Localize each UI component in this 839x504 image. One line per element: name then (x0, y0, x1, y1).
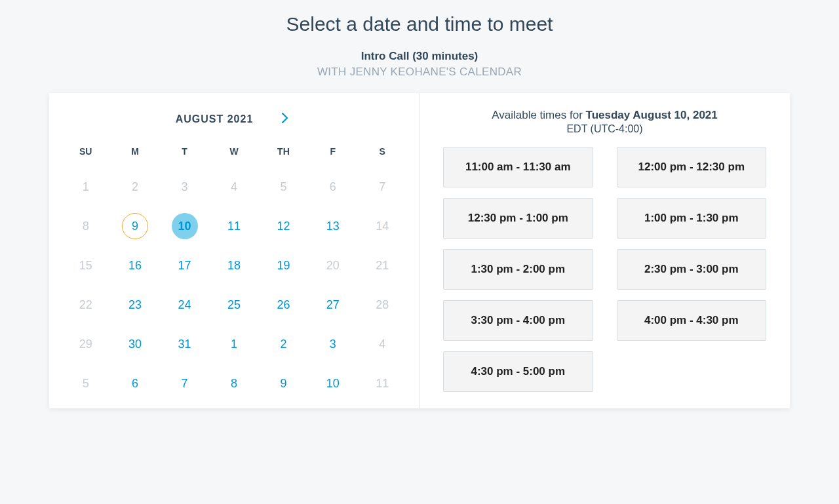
calendar-day-cell: 12 (259, 213, 308, 239)
subtitle-block: Intro Call (30 minutes) WITH JENNY KEOHA… (0, 50, 839, 79)
calendar-day-cell: 7 (358, 174, 407, 200)
calendar-dow: M (110, 146, 159, 161)
calendar-day-cell: 1 (61, 174, 110, 200)
calendar-day[interactable]: 9 (270, 370, 296, 397)
calendar-next-button[interactable] (278, 110, 292, 128)
calendar-day-cell: 9 (110, 213, 159, 239)
calendar-day: 28 (369, 292, 395, 318)
calendar-day-cell: 4 (209, 174, 258, 200)
calendar-day[interactable]: 10 (172, 213, 198, 239)
calendar-day-cell: 1 (209, 331, 258, 357)
time-slot-button[interactable]: 1:30 pm - 2:00 pm (443, 249, 593, 290)
calendar-day[interactable]: 30 (122, 331, 148, 357)
calendar-day-cell: 15 (61, 252, 110, 279)
calendar-day-cell: 3 (308, 331, 357, 357)
calendar-day[interactable]: 3 (320, 331, 346, 357)
calendar-day-cell: 14 (358, 213, 407, 239)
timezone-line: EDT (UTC-4:00) (443, 123, 766, 135)
calendar-day[interactable]: 10 (320, 370, 346, 397)
calendar-day: 2 (122, 174, 148, 200)
calendar-dow: W (209, 146, 258, 161)
calendar-day-cell: 31 (160, 331, 209, 357)
page-title: Select a date and time to meet (0, 13, 839, 35)
calendar-day-cell: 18 (209, 252, 258, 279)
calendar-day-cell: 23 (110, 292, 159, 318)
calendar-day[interactable]: 24 (172, 292, 198, 318)
calendar-day-cell: 10 (160, 213, 209, 239)
calendar-day[interactable]: 11 (221, 213, 247, 239)
calendar-day[interactable]: 13 (320, 213, 346, 239)
calendar-day[interactable]: 25 (221, 292, 247, 318)
calendar-day-cell: 8 (61, 213, 110, 239)
calendar-day-cell: 29 (61, 331, 110, 357)
calendar-day-cell: 17 (160, 252, 209, 279)
chevron-right-icon (281, 113, 290, 125)
calendar-day[interactable]: 17 (172, 252, 198, 279)
time-slot-button[interactable]: 3:30 pm - 4:00 pm (443, 300, 593, 341)
calendar-day-cell: 20 (308, 252, 357, 279)
calendar-day[interactable]: 8 (221, 370, 247, 397)
host-line: WITH JENNY KEOHANE'S CALENDAR (0, 66, 839, 79)
calendar-day: 11 (369, 370, 395, 397)
times-prefix: Available times for (492, 109, 585, 121)
time-slot-button[interactable]: 12:30 pm - 1:00 pm (443, 198, 593, 239)
calendar-day-cell: 19 (259, 252, 308, 279)
time-slot-button[interactable]: 12:00 pm - 12:30 pm (617, 147, 767, 187)
calendar-day[interactable]: 18 (221, 252, 247, 279)
calendar-day-cell: 25 (209, 292, 258, 318)
calendar-day-cell: 16 (110, 252, 159, 279)
calendar-day-cell: 24 (160, 292, 209, 318)
time-slot-button[interactable]: 11:00 am - 11:30 am (443, 147, 593, 187)
calendar-day: 21 (369, 252, 395, 279)
calendar-day: 4 (369, 331, 395, 357)
calendar-day: 20 (320, 252, 346, 279)
calendar-day-cell: 5 (259, 174, 308, 200)
calendar-day[interactable]: 27 (320, 292, 346, 318)
calendar-header: AUGUST 2021 (61, 110, 407, 128)
time-slot-button[interactable]: 4:30 pm - 5:00 pm (443, 351, 593, 392)
calendar-day-cell: 28 (358, 292, 407, 318)
calendar-day[interactable]: 9 (122, 213, 148, 239)
calendar-grid: SUMTWTHFS1234567891011121314151617181920… (61, 146, 407, 397)
calendar-dow: TH (259, 146, 308, 161)
calendar-dow: F (308, 146, 357, 161)
calendar-day[interactable]: 26 (270, 292, 296, 318)
time-slot-button[interactable]: 2:30 pm - 3:00 pm (617, 249, 767, 290)
calendar-day[interactable]: 31 (172, 331, 198, 357)
times-selected-date: Tuesday August 10, 2021 (586, 109, 718, 121)
time-slot-button[interactable]: 4:00 pm - 4:30 pm (617, 300, 767, 341)
calendar-day[interactable]: 23 (122, 292, 148, 318)
calendar-day[interactable]: 2 (270, 331, 296, 357)
calendar-day-cell: 11 (209, 213, 258, 239)
calendar-dow: S (358, 146, 407, 161)
calendar-day: 6 (320, 174, 346, 200)
calendar-day[interactable]: 7 (172, 370, 198, 397)
calendar-day-cell: 6 (110, 370, 159, 397)
times-for-line: Available times for Tuesday August 10, 2… (443, 109, 766, 122)
calendar-day-cell: 7 (160, 370, 209, 397)
calendar-day-cell: 3 (160, 174, 209, 200)
calendar-day-cell: 26 (259, 292, 308, 318)
calendar-day-cell: 10 (308, 370, 357, 397)
calendar-day-cell: 11 (358, 370, 407, 397)
calendar-day[interactable]: 1 (221, 331, 247, 357)
time-slot-button[interactable]: 1:00 pm - 1:30 pm (617, 198, 767, 239)
calendar-day[interactable]: 16 (122, 252, 148, 279)
calendar-day-cell: 2 (110, 174, 159, 200)
calendar-day: 15 (73, 252, 99, 279)
calendar-day: 7 (369, 174, 395, 200)
panels: AUGUST 2021 SUMTWTHFS1234567891011121314… (49, 93, 790, 408)
calendar-day-cell: 21 (358, 252, 407, 279)
calendar-day-cell: 27 (308, 292, 357, 318)
calendar-day: 3 (172, 174, 198, 200)
calendar-day-cell: 9 (259, 370, 308, 397)
calendar-panel: AUGUST 2021 SUMTWTHFS1234567891011121314… (49, 93, 420, 408)
calendar-day[interactable]: 12 (270, 213, 296, 239)
calendar-day[interactable]: 19 (270, 252, 296, 279)
calendar-day[interactable]: 6 (122, 370, 148, 397)
calendar-day-cell: 4 (358, 331, 407, 357)
times-panel: Available times for Tuesday August 10, 2… (420, 93, 790, 408)
calendar-dow: T (160, 146, 209, 161)
times-header: Available times for Tuesday August 10, 2… (443, 109, 766, 135)
calendar-month-label: AUGUST 2021 (176, 113, 254, 125)
